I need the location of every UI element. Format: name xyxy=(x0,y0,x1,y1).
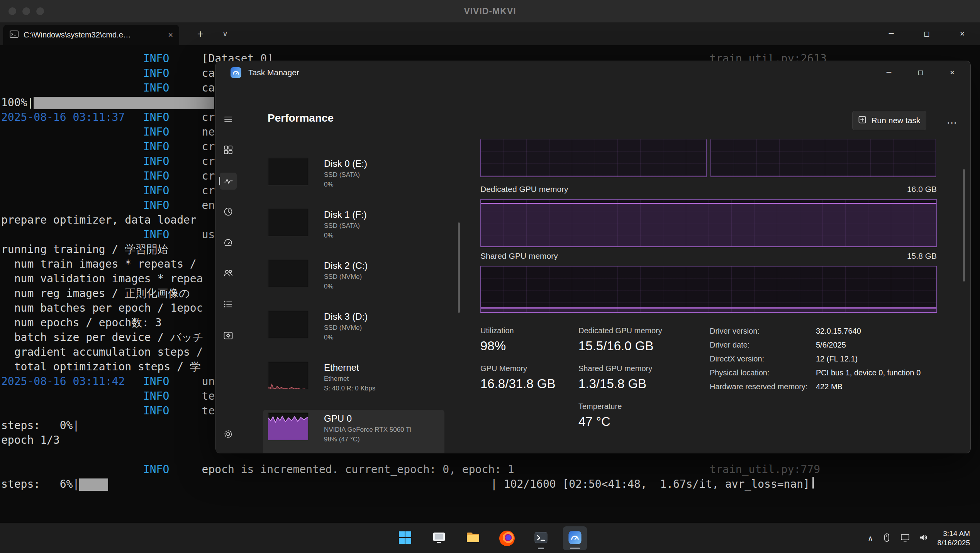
nav-item-details[interactable] xyxy=(220,296,237,313)
taskmgr-window-controls: ─ □ × xyxy=(873,61,968,83)
gpu-stat-value: 15.5/16.0 GB xyxy=(578,338,662,354)
tab-dropdown-icon[interactable]: ∨ xyxy=(215,22,236,45)
log-level: INFO xyxy=(143,389,169,404)
log-level: INFO xyxy=(143,139,169,154)
tab-close-icon[interactable]: × xyxy=(168,30,173,40)
log-level: INFO xyxy=(143,169,169,183)
nav-item-services[interactable] xyxy=(220,327,237,344)
display-tray-icon[interactable] xyxy=(900,533,910,544)
gpu-chart-thumbnail xyxy=(268,413,308,440)
monitor-icon xyxy=(432,530,446,546)
log-text: gradient accumulation steps / xyxy=(1,346,203,358)
perf-item-value: S: 40.0 R: 0 Kbps xyxy=(324,384,442,393)
terminal-cursor xyxy=(812,477,814,489)
log-text: batch size per device / バッチ xyxy=(1,331,203,344)
perf-item-disk-3-d[interactable]: Disk 3 (D:)SSD (NVMe)0% xyxy=(263,308,444,355)
new-tab-button[interactable]: + xyxy=(190,22,211,45)
log-text: cr xyxy=(202,169,215,183)
maximize-button[interactable]: □ xyxy=(909,22,944,45)
start-button[interactable] xyxy=(393,526,417,550)
cmd-icon xyxy=(9,29,19,41)
task-manager-window: Task Manager ─ □ × Performance Run new t… xyxy=(215,61,971,453)
perf-item-gpu-0[interactable]: GPU 0NVIDIA GeForce RTX 5060 Ti98% (47 °… xyxy=(263,410,444,453)
shared-gpu-memory-chart xyxy=(480,266,937,313)
perf-item-title: Disk 2 (C:) xyxy=(324,260,442,271)
gpu-stat-label: GPU Memory xyxy=(480,364,555,373)
disk-chart-thumbnail xyxy=(268,311,308,338)
running-indicator xyxy=(538,548,544,549)
nav-item-processes[interactable] xyxy=(220,141,237,158)
terminal-window-controls: ─ □ × xyxy=(873,22,980,45)
taskbar: ∧ 3:14 AM 8/16/2025 xyxy=(0,523,980,553)
log-text: us xyxy=(202,227,215,242)
taskmgr-close-button[interactable]: × xyxy=(936,61,968,83)
perf-item-value: 98% (47 °C) xyxy=(324,435,442,444)
minimize-button[interactable]: ─ xyxy=(873,22,909,45)
log-text: | 102/1600 [02:50<41:48, 1.67s/it, avr_l… xyxy=(491,477,810,492)
perf-item-title: Disk 3 (D:) xyxy=(324,311,442,322)
task-manager-button[interactable] xyxy=(563,526,587,550)
perf-item-disk-2-c[interactable]: Disk 2 (C:)SSD (NVMe)0% xyxy=(263,257,444,304)
log-text: ca xyxy=(202,81,215,95)
mouse-icon[interactable] xyxy=(882,533,892,544)
perf-item-title: Disk 1 (F:) xyxy=(324,209,442,221)
terminal-button[interactable] xyxy=(529,526,553,550)
gpu-stat-label: Temperature xyxy=(578,402,662,411)
settings-gear-icon[interactable] xyxy=(220,426,237,443)
run-new-task-icon xyxy=(858,115,866,126)
list-scrollbar[interactable] xyxy=(458,222,460,313)
run-new-task-button[interactable]: Run new task xyxy=(852,111,926,130)
nav-item-app-history[interactable] xyxy=(220,203,237,220)
gpu-detail-value: 12 (FL 12.1) xyxy=(816,355,858,363)
perf-item-subtitle: NVIDIA GeForce RTX 5060 Ti xyxy=(324,425,442,434)
perf-item-disk-0-e[interactable]: Disk 0 (E:)SSD (SATA)0% xyxy=(263,155,444,202)
taskbar-clock[interactable]: 3:14 AM 8/16/2025 xyxy=(937,529,970,548)
volume-icon[interactable] xyxy=(919,533,929,544)
log-text: num train images * repeats / xyxy=(1,258,197,270)
dedicated-gpu-memory-chart xyxy=(480,199,937,247)
perf-item-ethernet[interactable]: EthernetEthernetS: 40.0 R: 0 Kbps xyxy=(263,359,444,406)
log-level: INFO xyxy=(143,404,169,418)
perf-item-disk-1-f[interactable]: Disk 1 (F:)SSD (SATA)0% xyxy=(263,206,444,253)
log-text: epoch 1/3 xyxy=(1,434,60,446)
nav-item-startup-apps[interactable] xyxy=(220,234,237,251)
gpu-stat-value: 98% xyxy=(480,338,555,354)
nav-item-users[interactable] xyxy=(220,265,237,282)
firefox-button[interactable] xyxy=(495,526,519,550)
perf-item-subtitle: SSD (SATA) xyxy=(324,221,442,230)
log-level: INFO xyxy=(143,51,169,66)
gpu-engine-chart-left xyxy=(480,139,707,177)
file-explorer-button[interactable] xyxy=(461,526,485,550)
log-text: te xyxy=(202,404,215,418)
taskmgr-maximize-button[interactable]: □ xyxy=(905,61,936,83)
disk-chart-thumbnail xyxy=(268,209,308,236)
perf-item-subtitle: Ethernet xyxy=(324,374,442,383)
close-button[interactable]: × xyxy=(944,22,980,45)
folder-icon xyxy=(465,530,481,547)
log-text: num epochs / epoch数: 3 xyxy=(1,316,162,329)
gpu-stat: GPU Memory16.8/31.8 GB xyxy=(480,364,555,392)
main-scrollbar[interactable] xyxy=(963,169,965,282)
active-indicator xyxy=(570,548,580,549)
perf-item-subtitle: SSD (SATA) xyxy=(324,170,442,179)
log-timestamp: 2025-08-16 03:11:42 xyxy=(1,375,125,388)
gpu-detail-value: PCI bus 1, device 0, function 0 xyxy=(816,368,921,377)
more-options-button[interactable]: … xyxy=(942,113,962,129)
menu-hamburger-icon[interactable] xyxy=(220,111,237,128)
vm-window-titlebar: VIVID-MKVI xyxy=(0,0,980,22)
perf-item-value: 0% xyxy=(324,333,442,342)
perf-item-title: Ethernet xyxy=(324,362,442,373)
taskmgr-minimize-button[interactable]: ─ xyxy=(873,61,905,83)
perf-item-value: 0% xyxy=(324,282,442,291)
run-new-task-label: Run new task xyxy=(871,116,920,125)
log-text: ne xyxy=(202,125,215,139)
log-text: cr xyxy=(202,110,215,125)
ethernet-chart-thumbnail xyxy=(268,362,308,389)
nav-item-performance[interactable] xyxy=(220,173,237,190)
log-text: ca xyxy=(202,66,215,81)
gpu-stat: Shared GPU memory1.3/15.8 GB xyxy=(578,364,662,392)
terminal-tab-cmd[interactable]: C:\Windows\system32\cmd.e… × xyxy=(3,25,179,45)
desktop-app-button[interactable] xyxy=(427,526,451,550)
dedicated-memory-label: Dedicated GPU memory xyxy=(480,185,568,194)
tray-chevron-icon[interactable]: ∧ xyxy=(868,534,873,543)
